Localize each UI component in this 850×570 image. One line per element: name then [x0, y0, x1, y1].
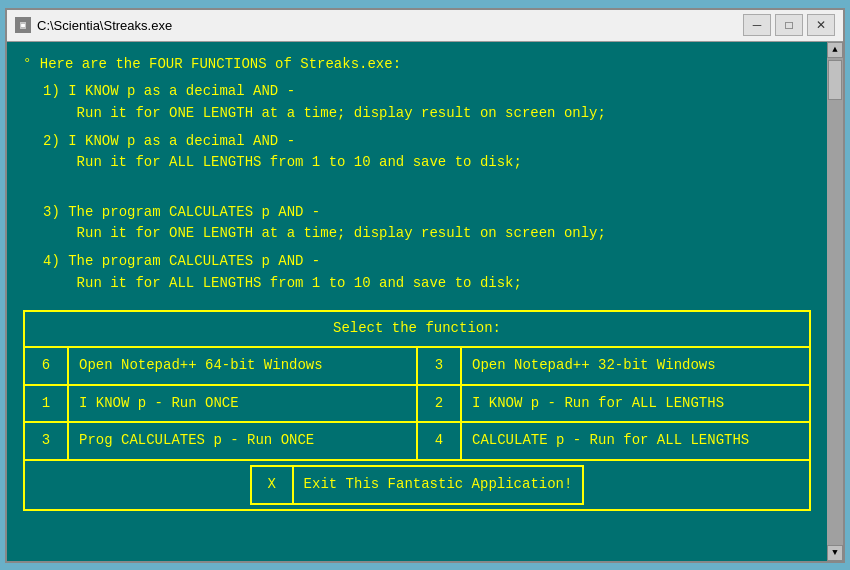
func2-line1: I KNOW p as a decimal AND -	[68, 133, 295, 149]
intro-text: ° Here are the FOUR FUNCTIONS of Streaks…	[23, 54, 811, 76]
function-2: 2) I KNOW p as a decimal AND - Run it fo…	[43, 131, 811, 174]
menu-label-know-all[interactable]: I KNOW p - Run for ALL LENGTHS	[462, 386, 809, 422]
application-window: ▣ C:\Scientia\Streaks.exe ─ □ ✕ ° Here a…	[5, 8, 845, 563]
menu-key-3b[interactable]: 3	[25, 423, 69, 459]
window-icon: ▣	[15, 17, 31, 33]
func4-line1: The program CALCULATES p AND -	[68, 253, 320, 269]
func3-line1: The program CALCULATES p AND -	[68, 204, 320, 220]
exit-wrapper: X Exit This Fantastic Application!	[250, 465, 585, 505]
func1-indent	[43, 105, 77, 121]
menu-key-4[interactable]: 4	[418, 423, 462, 459]
minimize-button[interactable]: ─	[743, 14, 771, 36]
func2-indent	[43, 154, 77, 170]
scrollbar: ▲ ▼	[827, 42, 843, 561]
func1-line2: Run it for ONE LENGTH at a time; display…	[77, 105, 606, 121]
window-title: C:\Scientia\Streaks.exe	[37, 18, 743, 33]
menu-label-exit[interactable]: Exit This Fantastic Application!	[294, 465, 585, 505]
menu-row-3: 3 Prog CALCULATES p - Run ONCE 4 CALCULA…	[25, 423, 809, 461]
menu-row-1: 6 Open Notepad++ 64-bit Windows 3 Open N…	[25, 348, 809, 386]
func3-num: 3)	[43, 204, 68, 220]
func1-num: 1)	[43, 83, 68, 99]
func2-num: 2)	[43, 133, 68, 149]
menu-key-6[interactable]: 6	[25, 348, 69, 384]
func4-line2: Run it for ALL LENGTHS from 1 to 10 and …	[77, 275, 522, 291]
maximize-button[interactable]: □	[775, 14, 803, 36]
menu-header: Select the function:	[25, 312, 809, 348]
menu-key-2[interactable]: 2	[418, 386, 462, 422]
window-controls: ─ □ ✕	[743, 14, 835, 36]
function-3: 3) The program CALCULATES p AND - Run it…	[43, 202, 811, 245]
menu-label-notepad64[interactable]: Open Notepad++ 64-bit Windows	[69, 348, 416, 384]
scroll-down-arrow[interactable]: ▼	[827, 545, 843, 561]
main-content: ° Here are the FOUR FUNCTIONS of Streaks…	[7, 42, 827, 561]
func2-line2: Run it for ALL LENGTHS from 1 to 10 and …	[77, 154, 522, 170]
menu-key-3a[interactable]: 3	[418, 348, 462, 384]
content-area: ° Here are the FOUR FUNCTIONS of Streaks…	[7, 42, 843, 561]
menu-label-calc-all[interactable]: CALCULATE p - Run for ALL LENGTHS	[462, 423, 809, 459]
menu-key-1[interactable]: 1	[25, 386, 69, 422]
function-1: 1) I KNOW p as a decimal AND - Run it fo…	[43, 81, 811, 124]
menu-label-know-once[interactable]: I KNOW p - Run ONCE	[69, 386, 416, 422]
func4-indent	[43, 275, 77, 291]
menu-label-notepad32[interactable]: Open Notepad++ 32-bit Windows	[462, 348, 809, 384]
scroll-up-arrow[interactable]: ▲	[827, 42, 843, 58]
function-4: 4) The program CALCULATES p AND - Run it…	[43, 251, 811, 294]
menu-label-calc-once[interactable]: Prog CALCULATES p - Run ONCE	[69, 423, 416, 459]
close-button[interactable]: ✕	[807, 14, 835, 36]
title-bar: ▣ C:\Scientia\Streaks.exe ─ □ ✕	[7, 10, 843, 42]
func1-line1: I KNOW p as a decimal AND -	[68, 83, 295, 99]
scroll-thumb[interactable]	[828, 60, 842, 100]
intro-label: ° Here are the FOUR FUNCTIONS of Streaks…	[23, 56, 401, 72]
scroll-track[interactable]	[827, 58, 843, 545]
menu-box: Select the function: 6 Open Notepad++ 64…	[23, 310, 811, 510]
exit-row: X Exit This Fantastic Application!	[25, 461, 809, 509]
menu-row-2: 1 I KNOW p - Run ONCE 2 I KNOW p - Run f…	[25, 386, 809, 424]
func3-line2: Run it for ONE LENGTH at a time; display…	[77, 225, 606, 241]
func4-num: 4)	[43, 253, 68, 269]
func3-indent	[43, 225, 77, 241]
menu-key-exit[interactable]: X	[250, 465, 294, 505]
